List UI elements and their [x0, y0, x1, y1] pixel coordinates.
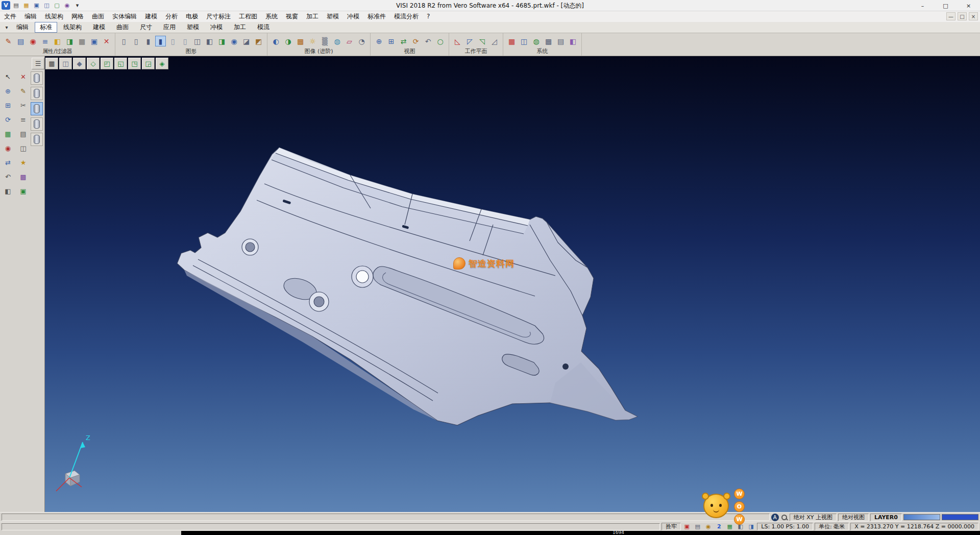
swap-arrows-icon[interactable]: ⇄ [3, 157, 13, 167]
favorite-star-icon[interactable]: ★ [18, 157, 29, 167]
calculator-icon[interactable]: ▤ [555, 36, 566, 46]
mdi-close-icon[interactable]: × [969, 12, 978, 20]
menu-item[interactable]: 文件 [0, 11, 20, 22]
layer-color-swatch-2[interactable] [942, 514, 978, 520]
previous-view-icon[interactable]: ↶ [423, 36, 433, 46]
light-source-icon[interactable]: ☼ [307, 36, 318, 46]
ribbon-tab[interactable]: 模流 [252, 22, 275, 33]
ribbon-tab[interactable]: 尺寸 [135, 22, 157, 33]
filter-clear-icon[interactable]: ✕ [101, 36, 112, 46]
view-front-icon[interactable]: ◱ [114, 58, 127, 69]
pan-view-icon[interactable]: ⇄ [398, 36, 409, 46]
shadow-display-icon[interactable]: ◪ [241, 36, 252, 46]
color-table-icon[interactable]: ▦ [506, 36, 517, 46]
mesh-grid-icon[interactable]: ▦ [3, 129, 13, 139]
menu-item[interactable]: 冲模 [343, 11, 363, 22]
material-sphere-icon[interactable]: ◑ [283, 36, 293, 46]
system-monitor-icon[interactable]: ◫ [519, 36, 529, 46]
image-quality-icon[interactable]: ◔ [356, 36, 367, 46]
menu-item[interactable]: 实体编辑 [108, 11, 141, 22]
ribbon-tab[interactable]: 编辑 [11, 22, 34, 33]
entity-list-icon[interactable]: ≡ [18, 114, 29, 125]
ribbon-tab[interactable]: 建模 [88, 22, 110, 33]
maximize-button[interactable]: □ [934, 0, 957, 11]
view-cube-shaded-icon[interactable]: ◆ [73, 58, 86, 69]
viewport-3d[interactable]: Z 智造资料网 [45, 56, 980, 512]
undo-arrow-icon[interactable]: ↶ [3, 172, 13, 182]
menu-item[interactable]: 模流分析 [390, 11, 423, 22]
system-options-icon[interactable]: ◧ [568, 36, 578, 46]
view-right-icon[interactable]: ◳ [128, 58, 141, 69]
attribute-copy-icon[interactable]: ▤ [15, 36, 26, 46]
filter-color-icon[interactable]: ◧ [52, 36, 63, 46]
display-list-icon[interactable]: ☰ [32, 58, 44, 69]
display-boundingbox-icon[interactable]: ◫ [192, 36, 203, 46]
workplane-3point-icon[interactable]: ◸ [464, 36, 475, 46]
display-grid-icon[interactable]: ▦ [45, 58, 58, 69]
view-iso-back-icon[interactable]: ◈ [156, 58, 168, 69]
filter-type-icon[interactable]: ◨ [64, 36, 75, 46]
delete-entity-icon[interactable]: ✕ [18, 71, 29, 82]
workplane-view-icon[interactable]: ◿ [489, 36, 500, 46]
close-button[interactable]: × [957, 0, 980, 11]
zoom-plus-icon[interactable]: ⊕ [3, 86, 13, 96]
menu-item[interactable]: 标准件 [363, 11, 390, 22]
menu-item[interactable]: 电极 [182, 11, 202, 22]
zoom-all-icon[interactable]: ⊕ [374, 36, 384, 46]
ribbon-tab[interactable]: 塑模 [182, 22, 204, 33]
tab-dropdown-button[interactable]: ▾ [2, 25, 11, 30]
ribbon-tab[interactable]: 加工 [229, 22, 251, 33]
annotation-badge[interactable]: A [771, 514, 779, 521]
minimize-button[interactable]: – [911, 0, 934, 11]
view-back-icon[interactable]: ◲ [142, 58, 155, 69]
highlight-entity-icon[interactable]: ◉ [229, 36, 239, 46]
menu-item[interactable]: 曲面 [88, 11, 108, 22]
menu-item[interactable]: 建模 [141, 11, 161, 22]
rotate-view-icon[interactable]: ⟳ [410, 36, 421, 46]
pencil-edit-icon[interactable]: ✎ [18, 86, 29, 96]
select-arrow-icon[interactable]: ↖ [3, 71, 13, 82]
screen-capture-status-icon[interactable]: ▣ [682, 523, 691, 530]
edge-display-icon[interactable]: ▱ [344, 36, 355, 46]
filter-all-icon[interactable]: ▣ [89, 36, 100, 46]
menu-item[interactable]: 塑模 [323, 11, 343, 22]
display-transparent-icon[interactable]: ▯ [167, 36, 178, 46]
dynamic-section-icon[interactable]: ◨ [216, 36, 227, 46]
mdi-minimize-icon[interactable]: — [946, 12, 955, 20]
rotate-entity-icon[interactable]: ⟳ [3, 114, 13, 125]
document-sheet-icon[interactable]: ▤ [18, 129, 29, 139]
display-shaded-icon[interactable]: ▮ [143, 36, 154, 46]
zoom-icon[interactable] [780, 514, 788, 521]
check-grid-icon[interactable]: ▣ [18, 186, 29, 196]
filter-mask-icon[interactable]: ▦ [77, 36, 87, 46]
display-shaded-edges-icon[interactable]: ▮ [155, 36, 166, 46]
frame-box-icon[interactable]: ◫ [18, 143, 29, 153]
display-wireframe-icon[interactable]: ▯ [118, 36, 129, 46]
filter-magnet-icon[interactable]: ◉ [28, 36, 38, 46]
ribbon-tab[interactable]: 线架构 [58, 22, 87, 33]
absolute-view-indicator[interactable]: 绝对视图 [838, 514, 869, 521]
view-top-icon[interactable]: ◰ [101, 58, 113, 69]
layer-box-icon[interactable]: ◧ [3, 186, 13, 196]
menu-item[interactable]: 工程图 [235, 11, 261, 22]
background-fill-icon[interactable]: ▒ [320, 36, 330, 46]
view-isometric-icon[interactable]: ◇ [87, 58, 100, 69]
hatch-pattern-icon[interactable]: ▩ [18, 172, 29, 182]
menu-item[interactable]: 网格 [67, 11, 88, 22]
menu-item[interactable]: 系统 [261, 11, 282, 22]
texture-map-icon[interactable]: ▩ [295, 36, 306, 46]
view-mode-indicator[interactable]: 绝对 XY 上视图 [790, 514, 837, 521]
menu-item[interactable]: 加工 [302, 11, 323, 22]
menu-item[interactable]: 尺寸标注 [202, 11, 235, 22]
attribute-paint-icon[interactable]: ✎ [3, 36, 14, 46]
zoom-window-view-icon[interactable]: ⊞ [386, 36, 397, 46]
buffer-view-icon-3[interactable] [31, 102, 43, 115]
zoom-window-icon[interactable]: ⊞ [3, 100, 13, 110]
globe-settings-icon[interactable]: ◍ [531, 36, 542, 46]
filter-layer-icon[interactable]: ≡ [40, 36, 51, 46]
display-hidden-line-icon[interactable]: ▯ [131, 36, 141, 46]
section-plane-icon[interactable]: ◧ [204, 36, 215, 46]
workplane-entity-icon[interactable]: ◹ [477, 36, 487, 46]
buffer-view-icon-4[interactable] [31, 117, 43, 131]
buffer-view-icon-1[interactable] [31, 71, 43, 85]
